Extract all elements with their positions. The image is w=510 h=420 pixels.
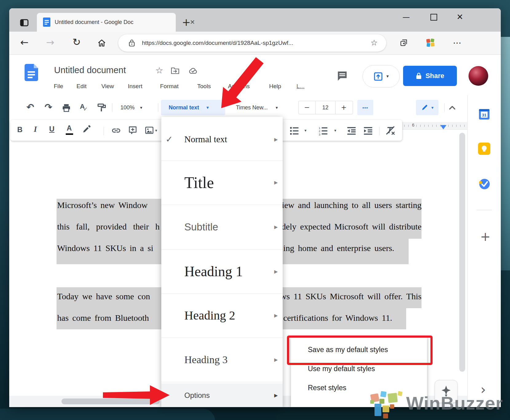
zoom-select[interactable]: 100% ▾ <box>120 103 142 112</box>
font-size-decrease[interactable]: − <box>299 104 315 111</box>
add-comment-button[interactable] <box>128 126 137 135</box>
share-lock-icon <box>416 72 422 80</box>
style-caret-icon: ▾ <box>206 105 209 110</box>
toolbar-separator <box>379 127 379 135</box>
editing-caret-icon: ▾ <box>431 105 434 110</box>
font-size-group: − 12 + <box>298 101 353 114</box>
browser-menu-button[interactable]: ⋯ <box>453 39 461 47</box>
redo-button[interactable]: ↷ <box>45 103 52 112</box>
doc-text-line[interactable]: Microsoft’s new Window <box>57 199 148 211</box>
menu-insert[interactable]: Insert <box>128 83 143 90</box>
move-folder-icon[interactable] <box>171 67 179 75</box>
menu-divider <box>161 382 283 382</box>
menu-item-normal-text[interactable]: ✓ Normal text ▶ <box>161 118 283 160</box>
font-size-value[interactable]: 12 <box>315 101 335 114</box>
print-button[interactable] <box>62 103 71 112</box>
highlight-color-button[interactable] <box>82 125 91 134</box>
menu-item-subtitle[interactable]: Subtitle ▶ <box>161 205 283 249</box>
spellcheck-check-icon: ✓ <box>83 107 88 112</box>
star-document-icon[interactable]: ☆ <box>155 66 163 75</box>
bulleted-list-button[interactable] <box>289 126 299 136</box>
menu-item-heading1[interactable]: Heading 1 ▶ <box>161 249 283 293</box>
ruler-indent-marker[interactable] <box>440 125 446 129</box>
doc-text-line[interactable]: Today we have some con <box>57 290 150 303</box>
menu-addons[interactable]: Add-ons <box>228 83 250 90</box>
back-button[interactable]: ← <box>20 37 29 47</box>
browser-tab[interactable]: Untitled document - Google Doc ✕ <box>37 13 176 32</box>
submenu-arrow-icon: ▶ <box>274 225 278 230</box>
menu-tools[interactable]: Tools <box>197 83 211 90</box>
image-caret-icon[interactable]: ▾ <box>155 128 157 132</box>
doc-text-line[interactable]: has come from Bluetooth <box>57 312 149 324</box>
share-button[interactable]: Share <box>403 66 457 86</box>
share-label: Share <box>426 72 444 80</box>
doc-text-line[interactable]: view and launching to all users starting <box>277 199 422 211</box>
maximize-button[interactable] <box>430 14 437 21</box>
paint-format-button[interactable] <box>97 103 106 112</box>
menu-item-label: Heading 1 <box>184 263 243 280</box>
doc-text-line[interactable]: Windows 11 SKUs in a si <box>57 242 153 254</box>
increase-indent-button[interactable] <box>363 126 373 136</box>
svg-text:3: 3 <box>319 133 320 136</box>
menu-item-heading2[interactable]: Heading 2 ▶ <box>161 293 283 337</box>
new-tab-button[interactable]: + <box>182 17 191 27</box>
menu-edit[interactable]: Edit <box>76 83 87 90</box>
spellcheck-button[interactable]: A ✓ <box>79 103 89 112</box>
menu-view[interactable]: View <box>101 83 114 90</box>
refresh-button[interactable]: ↻ <box>73 37 81 47</box>
menu-item-options[interactable]: Options ▶ <box>161 383 283 407</box>
doc-text-line[interactable]: this fall, provided their h <box>57 221 160 233</box>
menu-help[interactable]: Help <box>269 83 281 90</box>
undo-button[interactable]: ↶ <box>26 103 34 112</box>
collections-icon[interactable] <box>399 38 408 47</box>
font-size-increase[interactable]: + <box>335 104 352 111</box>
decrease-indent-button[interactable] <box>347 126 356 136</box>
user-avatar[interactable] <box>469 66 488 86</box>
font-select[interactable]: Times New... ▾ <box>236 103 278 112</box>
doc-text-line[interactable]: ows 11 SKUs Microsoft will offer. This <box>276 290 422 303</box>
menu-item-heading3[interactable]: Heading 3 ▶ <box>161 337 283 382</box>
close-window-button[interactable]: ✕ <box>457 13 463 21</box>
calendar-panel-button[interactable]: 31 <box>478 108 490 120</box>
comment-history-button[interactable] <box>336 70 348 82</box>
insert-image-button[interactable] <box>145 127 154 134</box>
last-edit-link[interactable]: L... <box>296 83 304 90</box>
docs-logo <box>25 64 38 81</box>
menu-format[interactable]: Format <box>160 83 178 90</box>
get-addons-button[interactable]: + <box>480 230 491 243</box>
doc-text-line[interactable]: certifications for Windows 11. <box>283 312 392 324</box>
tab-close-icon[interactable]: ✕ <box>190 19 195 25</box>
text-color-button[interactable]: A <box>66 124 74 135</box>
bold-button[interactable]: B <box>17 125 22 134</box>
forward-button[interactable]: → <box>46 37 54 47</box>
menu-item-title[interactable]: Title ▶ <box>161 160 283 205</box>
insert-link-button[interactable] <box>111 127 121 135</box>
vertical-scrollbar-thumb[interactable] <box>459 133 465 372</box>
toolbar-collapse-button[interactable] <box>448 104 457 111</box>
clear-formatting-button[interactable] <box>386 126 395 135</box>
italic-button[interactable]: I <box>34 125 37 134</box>
tab-layout-icon <box>20 19 29 26</box>
keep-panel-button[interactable] <box>478 143 490 155</box>
underline-button[interactable]: U <box>49 125 54 133</box>
favorite-star-icon[interactable]: ☆ <box>371 39 378 47</box>
presentation-button[interactable]: ▾ <box>363 65 400 88</box>
style-select[interactable]: Normal text ▾ <box>161 100 225 115</box>
tab-layout-button[interactable] <box>18 16 31 29</box>
numbered-list-button[interactable]: 1 2 3 <box>318 126 328 136</box>
horizontal-scrollbar-thumb[interactable] <box>61 398 160 404</box>
editing-mode-button[interactable]: ▾ <box>416 100 438 115</box>
submenu-arrow-icon: ▶ <box>274 269 278 274</box>
home-button[interactable] <box>97 38 106 48</box>
toolbar-more-button[interactable]: ••• <box>357 100 373 115</box>
numbered-list-caret-icon[interactable]: ▾ <box>334 128 336 132</box>
minimize-button[interactable]: — <box>402 14 410 21</box>
tasks-panel-button[interactable] <box>478 178 490 190</box>
document-title[interactable]: Untitled document <box>54 65 126 75</box>
toolbar-separator <box>112 103 112 112</box>
doc-text-line[interactable]: ing home and enterprise users. <box>283 242 394 254</box>
extension-icon[interactable] <box>425 37 436 48</box>
menu-file[interactable]: File <box>54 83 63 90</box>
bulleted-list-caret-icon[interactable]: ▾ <box>304 128 307 132</box>
doc-text-line[interactable]: dely expected Microsoft will distribute <box>282 221 422 233</box>
